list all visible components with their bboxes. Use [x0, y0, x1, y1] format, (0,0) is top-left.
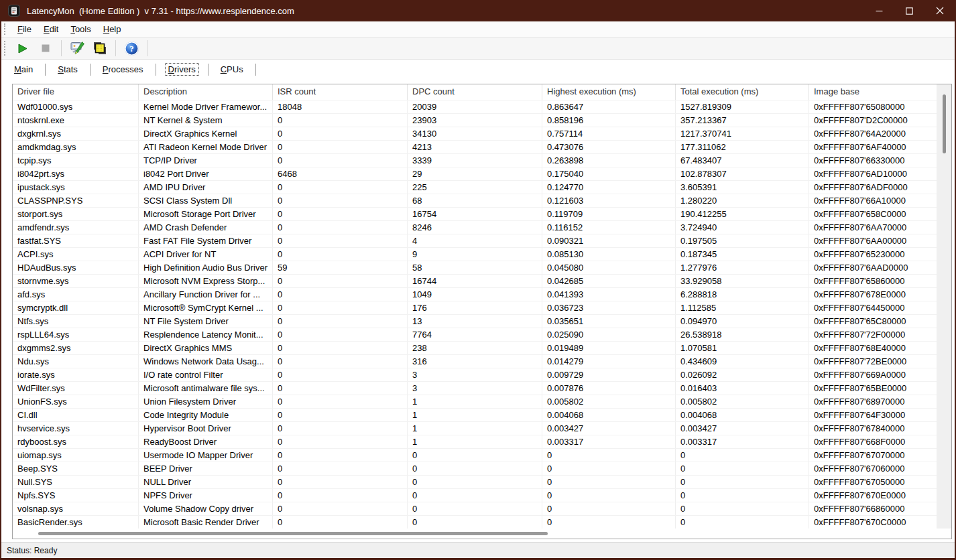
cell-highest-execution: 0.858196	[542, 114, 676, 127]
app-icon	[8, 5, 20, 17]
tab-processes[interactable]: Processes	[93, 60, 154, 78]
table-row[interactable]: Ndu.sysWindows Network Data Usag...03160…	[13, 354, 937, 368]
close-button[interactable]	[924, 0, 955, 21]
cell-total-execution: 1.112585	[676, 301, 809, 314]
table-row[interactable]: Ntfs.sysNT File System Driver0130.035651…	[13, 314, 937, 328]
table-row[interactable]: rspLLL64.sysResplendence Latency Monit..…	[13, 328, 937, 341]
column-header-isr-count[interactable]: ISR count	[273, 84, 408, 100]
table-row[interactable]: afd.sysAncillary Function Driver for ...…	[13, 287, 937, 301]
menu-help[interactable]: Help	[97, 23, 127, 36]
cell-description: AMD IPU Driver	[139, 181, 273, 194]
cell-isr-count: 0	[273, 489, 408, 502]
minimize-button[interactable]	[864, 0, 894, 21]
stop-monitor-button[interactable]	[36, 39, 55, 58]
tab-cpus[interactable]: CPUs	[211, 60, 253, 78]
column-header-driver-file[interactable]: Driver file	[13, 84, 139, 100]
cell-driver-file: volsnap.sys	[13, 502, 139, 515]
report-options-button[interactable]	[68, 39, 86, 58]
table-row[interactable]: ntoskrnl.exeNT Kernel & System0239030.85…	[13, 113, 937, 127]
table-row[interactable]: dxgmms2.sysDirectX Graphics MMS02380.019…	[13, 341, 937, 354]
help-button[interactable]: ?	[122, 39, 141, 58]
menu-file[interactable]: File	[11, 23, 38, 36]
table-row[interactable]: Npfs.SYSNPFS Driver00000xFFFFF807'670E00…	[13, 488, 937, 502]
cell-isr-count: 0	[273, 409, 408, 421]
table-row[interactable]: WdFilter.sysMicrosoft antimalware file s…	[13, 381, 937, 395]
cell-description: NT File System Driver	[139, 315, 273, 328]
table-row[interactable]: amdfendr.sysAMD Crash Defender082460.116…	[13, 220, 937, 234]
cell-total-execution: 1.277976	[676, 261, 809, 274]
table-row[interactable]: stornvme.sysMicrosoft NVM Express Storp.…	[13, 274, 937, 287]
cell-dpc-count: 7764	[408, 328, 542, 341]
cell-driver-file: dxgkrnl.sys	[13, 127, 139, 140]
column-header-total-execution[interactable]: Total execution (ms)	[676, 84, 809, 100]
cell-highest-execution: 0	[542, 502, 676, 515]
vertical-scrollbar[interactable]	[937, 84, 951, 529]
table-row[interactable]: amdkmdag.sysATI Radeon Kernel Mode Drive…	[13, 140, 937, 153]
cell-driver-file: HDAudBus.sys	[13, 261, 139, 274]
table-row[interactable]: ACPI.sysACPI Driver for NT090.0851300.18…	[13, 247, 937, 261]
cell-dpc-count: 8246	[408, 221, 542, 234]
vertical-scrollbar-thumb[interactable]	[943, 94, 946, 153]
cell-image-base: 0xFFFFF807'67840000	[809, 422, 937, 435]
table-row[interactable]: Beep.SYSBEEP Driver00000xFFFFF807'670600…	[13, 462, 937, 475]
table-row[interactable]: UnionFS.sysUnion Filesystem Driver010.00…	[13, 395, 937, 408]
table-row[interactable]: dxgkrnl.sysDirectX Graphics Kernel034130…	[13, 127, 937, 140]
cell-image-base: 0xFFFFF807'66A10000	[809, 194, 937, 207]
cell-highest-execution: 0	[542, 449, 676, 462]
titlebar: LatencyMon (Home Edition ) v 7.31 - http…	[1, 0, 955, 21]
horizontal-scrollbar-thumb[interactable]	[38, 532, 548, 535]
table-row[interactable]: volsnap.sysVolume Shadow Copy driver0000…	[13, 502, 937, 515]
table-row[interactable]: Wdf01000.sysKernel Mode Driver Framewor.…	[13, 100, 937, 113]
cell-highest-execution: 0.263898	[542, 154, 676, 167]
table-row[interactable]: hvservice.sysHypervisor Boot Driver010.0…	[13, 421, 937, 435]
column-header-dpc-count[interactable]: DPC count	[408, 84, 542, 100]
column-header-description[interactable]: Description	[139, 84, 273, 100]
menu-edit[interactable]: Edit	[38, 23, 64, 36]
start-monitor-button[interactable]	[13, 39, 32, 58]
table-row[interactable]: Null.SYSNULL Driver00000xFFFFF807'670500…	[13, 475, 937, 488]
cell-driver-file: dxgmms2.sys	[13, 342, 139, 354]
table-row[interactable]: ipustack.sysAMD IPU Driver02250.1247703.…	[13, 180, 937, 194]
table-row[interactable]: tcpip.sysTCP/IP Driver033390.26389867.48…	[13, 153, 937, 167]
table-row[interactable]: CLASSPNP.SYSSCSI Class System Dll0680.12…	[13, 194, 937, 207]
column-header-image-base[interactable]: Image base	[809, 84, 937, 100]
cell-driver-file: iorate.sys	[13, 368, 139, 381]
table-row[interactable]: i8042prt.sysi8042 Port Driver6468290.175…	[13, 167, 937, 180]
cell-total-execution: 0.003317	[676, 435, 809, 448]
cell-image-base: 0xFFFFF807'67070000	[809, 449, 937, 462]
cell-isr-count: 0	[273, 342, 408, 354]
tab-main[interactable]: Main	[4, 60, 43, 78]
horizontal-scrollbar[interactable]	[13, 529, 951, 539]
cell-isr-count: 0	[273, 449, 408, 462]
cell-dpc-count: 1	[408, 435, 542, 448]
cell-dpc-count: 0	[408, 516, 542, 529]
column-header-highest-execution[interactable]: Highest execution (ms)	[542, 84, 676, 100]
cell-dpc-count: 68	[408, 194, 542, 207]
table-row[interactable]: CI.dllCode Integrity Module010.0040680.0…	[13, 408, 937, 421]
table-row[interactable]: HDAudBus.sysHigh Definition Audio Bus Dr…	[13, 261, 937, 274]
table-row[interactable]: rdyboost.sysReadyBoost Driver010.0033170…	[13, 435, 937, 448]
cell-driver-file: Null.SYS	[13, 476, 139, 488]
table-row[interactable]: storport.sysMicrosoft Storage Port Drive…	[13, 207, 937, 220]
table-row[interactable]: fastfat.SYSFast FAT File System Driver04…	[13, 234, 937, 247]
cell-total-execution: 102.878307	[676, 167, 809, 180]
table-row[interactable]: BasicRender.sysMicrosoft Basic Render Dr…	[13, 515, 937, 529]
latencymon-window: LatencyMon (Home Edition ) v 7.31 - http…	[0, 0, 956, 560]
table-row[interactable]: uiomap.sysUsermode IO Mapper Driver00000…	[13, 448, 937, 462]
cell-isr-count: 0	[273, 275, 408, 287]
toolbar-gripper[interactable]	[4, 41, 7, 56]
cell-image-base: 0xFFFFF807'670E0000	[809, 489, 937, 502]
cell-highest-execution: 0.019489	[542, 342, 676, 354]
maximize-button[interactable]	[894, 0, 924, 21]
menubar-gripper[interactable]	[4, 23, 7, 34]
table-row[interactable]: symcryptk.dllMicrosoft® SymCrypt Kernel …	[13, 301, 937, 314]
tab-drivers[interactable]: Drivers	[158, 60, 206, 78]
cell-description: DirectX Graphics MMS	[139, 342, 273, 354]
menu-tools[interactable]: Tools	[64, 23, 97, 36]
cell-image-base: 0xFFFFF807'66860000	[809, 502, 937, 515]
cell-image-base: 0xFFFFF807'6AD10000	[809, 167, 937, 180]
table-row[interactable]: iorate.sysI/O rate control Filter030.009…	[13, 368, 937, 381]
stacked-windows-button[interactable]	[91, 39, 109, 58]
cell-dpc-count: 1	[408, 409, 542, 421]
tab-stats[interactable]: Stats	[48, 60, 88, 78]
